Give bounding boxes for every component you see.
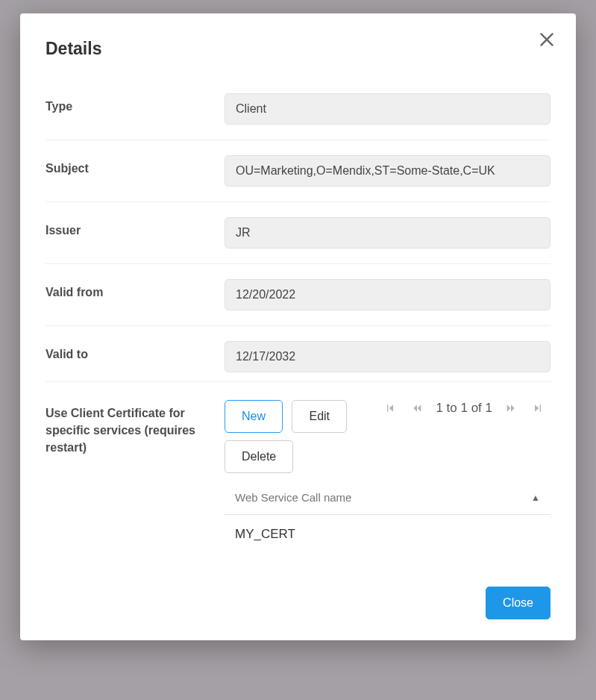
input-subject bbox=[225, 155, 550, 187]
field-row-subject: Subject bbox=[46, 140, 550, 202]
modal-overlay: Details Type Subject Issuer Valid from bbox=[0, 0, 596, 700]
label-valid-from: Valid from bbox=[46, 279, 225, 301]
input-valid-from bbox=[225, 279, 550, 310]
page-last-icon[interactable] bbox=[530, 400, 546, 416]
services-section: Use Client Certificate for specific serv… bbox=[46, 382, 550, 554]
label-subject: Subject bbox=[46, 155, 225, 177]
services-toolbar: New Edit Delete bbox=[225, 400, 550, 473]
services-table: Web Service Call name ▲ MY_CERT bbox=[225, 484, 550, 554]
page-first-icon[interactable] bbox=[382, 400, 398, 416]
delete-button[interactable]: Delete bbox=[225, 440, 293, 473]
sort-asc-icon: ▲ bbox=[531, 493, 540, 503]
details-modal: Details Type Subject Issuer Valid from bbox=[20, 13, 576, 640]
label-valid-to: Valid to bbox=[46, 341, 225, 363]
table-header[interactable]: Web Service Call name ▲ bbox=[225, 484, 550, 515]
modal-footer: Close bbox=[46, 587, 550, 619]
new-button[interactable]: New bbox=[225, 400, 283, 433]
modal-title: Details bbox=[46, 39, 550, 59]
column-header-name: Web Service Call name bbox=[235, 491, 351, 504]
close-icon[interactable] bbox=[537, 30, 556, 49]
field-row-valid-to: Valid to bbox=[46, 326, 550, 382]
edit-button[interactable]: Edit bbox=[292, 400, 347, 433]
field-row-issuer: Issuer bbox=[46, 202, 550, 264]
page-prev-icon[interactable] bbox=[409, 400, 425, 416]
input-type bbox=[225, 93, 550, 125]
pager-text: 1 to 1 of 1 bbox=[436, 401, 492, 416]
field-row-type: Type bbox=[46, 78, 550, 140]
close-button[interactable]: Close bbox=[486, 587, 550, 619]
field-row-valid-from: Valid from bbox=[46, 264, 550, 326]
page-next-icon[interactable] bbox=[503, 400, 519, 416]
pager: 1 to 1 of 1 bbox=[382, 400, 550, 416]
label-issuer: Issuer bbox=[46, 217, 225, 239]
label-services: Use Client Certificate for specific serv… bbox=[46, 400, 225, 457]
input-issuer bbox=[225, 217, 550, 249]
input-valid-to bbox=[225, 341, 550, 372]
label-type: Type bbox=[46, 93, 225, 115]
table-row[interactable]: MY_CERT bbox=[225, 515, 550, 554]
